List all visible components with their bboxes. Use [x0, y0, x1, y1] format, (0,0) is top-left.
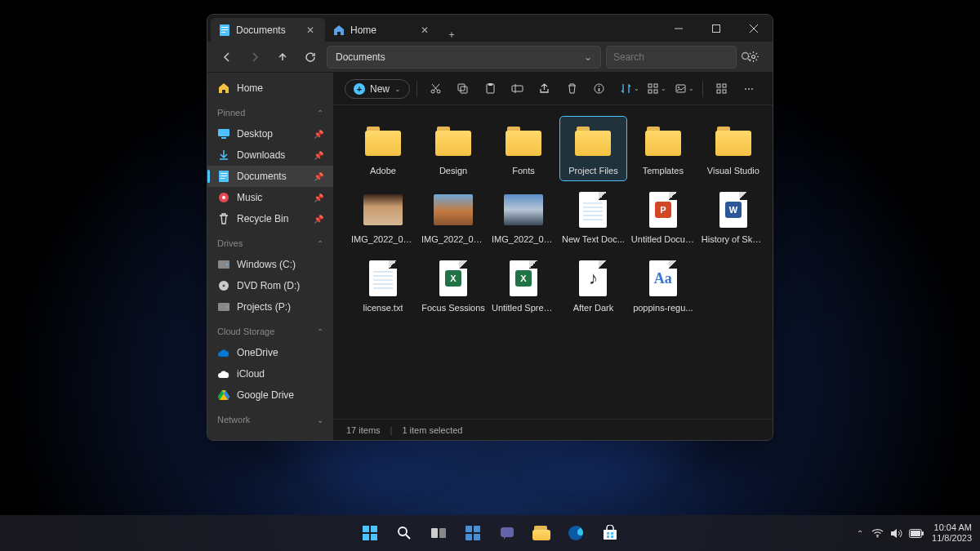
- settings-button[interactable]: [742, 46, 764, 69]
- forward-button[interactable]: [243, 46, 266, 69]
- taskbar[interactable]: ⌃ 10:04 AM 11/8/2023: [0, 515, 980, 551]
- copy-button[interactable]: [451, 77, 474, 101]
- file-item[interactable]: Templates: [630, 117, 697, 180]
- svg-rect-43: [723, 84, 726, 87]
- sidebar-item[interactable]: Music📌: [207, 187, 333, 208]
- taskview-button[interactable]: [423, 518, 454, 549]
- edge-button[interactable]: [560, 518, 591, 549]
- sidebar-item[interactable]: iCloud: [207, 363, 333, 384]
- sidebar-item[interactable]: Google Drive: [207, 384, 333, 406]
- minimize-button[interactable]: [660, 15, 697, 42]
- file-item[interactable]: license.txt: [350, 254, 416, 318]
- powerpoint-icon: P: [649, 192, 677, 228]
- chat-button[interactable]: [492, 518, 523, 549]
- file-item[interactable]: XUntitled Spreads...: [490, 254, 557, 318]
- path-input[interactable]: Documents ⌄: [327, 46, 601, 69]
- file-item[interactable]: Design: [420, 117, 487, 180]
- pin-icon[interactable]: 📌: [314, 130, 323, 139]
- start-button[interactable]: [354, 518, 385, 549]
- store-button[interactable]: [595, 518, 626, 549]
- sidebar-item[interactable]: Desktop📌: [207, 123, 333, 144]
- chevron-down-icon[interactable]: ⌄: [584, 51, 592, 63]
- sidebar-section-header[interactable]: Drives⌃: [207, 233, 333, 254]
- svg-rect-40: [676, 85, 685, 92]
- sidebar-home[interactable]: Home: [207, 78, 333, 99]
- file-name: Visual Studio: [707, 166, 760, 176]
- search-button[interactable]: [389, 518, 420, 549]
- new-tab-button[interactable]: ＋: [439, 28, 464, 42]
- file-item[interactable]: IMG_2022_06_...: [350, 185, 416, 249]
- more-button[interactable]: ⋯: [737, 77, 761, 101]
- tab-documents[interactable]: Documents ✕: [211, 18, 325, 42]
- widgets-button[interactable]: [457, 518, 488, 549]
- system-tray[interactable]: ⌃ 10:04 AM 11/8/2023: [857, 522, 972, 544]
- sidebar-item[interactable]: Recycle Bin📌: [207, 208, 333, 229]
- close-button[interactable]: [735, 15, 773, 42]
- file-item[interactable]: XFocus Sessions: [420, 254, 487, 318]
- tab-label: Documents: [236, 24, 298, 36]
- close-icon[interactable]: ✕: [418, 24, 431, 37]
- separator: |: [390, 425, 393, 435]
- svg-point-65: [877, 536, 879, 538]
- clock[interactable]: 10:04 AM 11/8/2023: [932, 522, 972, 544]
- properties-button[interactable]: [587, 77, 611, 101]
- explorer-button[interactable]: [526, 518, 557, 549]
- tags-button[interactable]: [710, 77, 733, 101]
- cut-button[interactable]: [424, 77, 448, 101]
- search-input[interactable]: [613, 51, 736, 63]
- folder-icon: [435, 127, 471, 156]
- view-button[interactable]: ⌄: [645, 77, 669, 101]
- sidebar-section-header[interactable]: Pinned⌃: [207, 102, 333, 123]
- svg-rect-46: [363, 526, 369, 532]
- sort-button[interactable]: ⌄: [617, 77, 641, 101]
- sidebar-item[interactable]: Documents📌: [207, 166, 333, 187]
- close-icon[interactable]: ✕: [304, 24, 317, 37]
- tab-home[interactable]: Home ✕: [325, 18, 439, 42]
- rename-button[interactable]: [506, 77, 529, 101]
- file-item[interactable]: Project Files: [560, 117, 626, 180]
- sidebar-item[interactable]: Downloads📌: [207, 144, 333, 166]
- sidebar-item[interactable]: OneDrive: [207, 342, 333, 363]
- explorer-body: Home Pinned⌃Desktop📌Downloads📌Documents📌…: [207, 73, 773, 440]
- paste-button[interactable]: [479, 77, 502, 101]
- file-item[interactable]: New Text Doc...: [560, 185, 626, 249]
- sidebar-item[interactable]: Windows (C:): [207, 254, 333, 275]
- file-item[interactable]: ♪After Dark: [560, 254, 626, 318]
- pin-icon[interactable]: 📌: [314, 215, 323, 224]
- main-pane: + New ⌄ ⌄ ⌄ ⌄ ⋯ AdobeDesig: [333, 73, 773, 440]
- search-box[interactable]: [606, 46, 737, 69]
- separator: [702, 81, 703, 97]
- file-item[interactable]: Aapoppins-regu...: [630, 254, 697, 318]
- file-item[interactable]: Fonts: [490, 117, 557, 180]
- pin-icon[interactable]: 📌: [314, 193, 323, 202]
- new-button[interactable]: + New ⌄: [345, 79, 410, 99]
- sidebar-item[interactable]: DVD Rom (D:): [207, 275, 333, 296]
- music-icon: [217, 191, 230, 204]
- file-item[interactable]: WHistory of Skate...: [700, 185, 767, 249]
- sidebar-item[interactable]: Projects (P:): [207, 296, 333, 318]
- wifi-icon[interactable]: [871, 528, 884, 538]
- file-item[interactable]: Visual Studio: [700, 117, 767, 180]
- pin-icon[interactable]: 📌: [314, 172, 323, 181]
- back-button[interactable]: [216, 46, 238, 69]
- chevron-icon: ⌄: [317, 440, 323, 441]
- file-item[interactable]: Adobe: [350, 117, 416, 180]
- maximize-button[interactable]: [697, 15, 735, 42]
- preview-button[interactable]: ⌄: [672, 77, 696, 101]
- sidebar-section-header[interactable]: WSL⌄: [207, 433, 333, 440]
- file-grid[interactable]: AdobeDesignFontsProject FilesTemplatesVi…: [333, 105, 773, 419]
- delete-button[interactable]: [560, 77, 584, 101]
- sidebar-section-header[interactable]: Cloud Storage⌃: [207, 321, 333, 342]
- share-button[interactable]: [532, 77, 556, 101]
- pin-icon[interactable]: 📌: [314, 151, 323, 160]
- battery-icon[interactable]: [909, 529, 924, 538]
- file-item[interactable]: PUntitled Docum...: [630, 185, 697, 249]
- chevron-up-icon[interactable]: ⌃: [857, 529, 863, 538]
- folder-icon: [715, 127, 751, 156]
- refresh-button[interactable]: [299, 46, 322, 69]
- file-item[interactable]: IMG_2022_06_...: [490, 185, 557, 249]
- file-item[interactable]: IMG_2022_06_...: [420, 185, 487, 249]
- up-button[interactable]: [271, 46, 294, 69]
- sidebar-section-header[interactable]: Network⌄: [207, 409, 333, 430]
- volume-icon[interactable]: [890, 528, 902, 539]
